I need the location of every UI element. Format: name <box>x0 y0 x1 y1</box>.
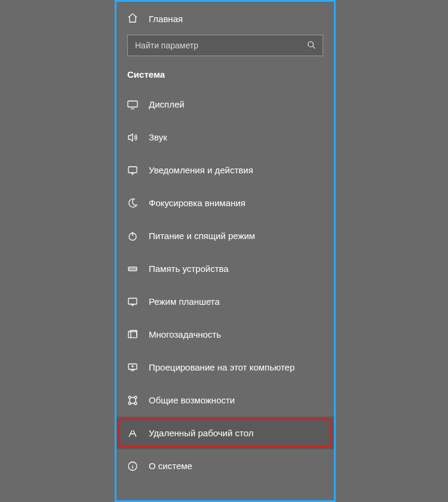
search-icon <box>307 41 317 50</box>
svg-point-9 <box>128 396 131 399</box>
nav-item-multitasking[interactable]: Многозадачность <box>116 318 334 351</box>
svg-point-11 <box>128 402 131 405</box>
svg-point-0 <box>308 42 314 47</box>
nav-label: Фокусировка внимания <box>149 198 246 208</box>
svg-rect-5 <box>128 298 137 304</box>
nav-label: Общие возможности <box>149 395 235 405</box>
settings-system-sidebar: Главная Система Дисплей Звук Уведомления… <box>115 0 336 502</box>
multitask-icon <box>127 329 138 340</box>
info-icon <box>127 461 138 472</box>
project-icon <box>127 362 138 373</box>
home-icon <box>127 13 138 25</box>
nav-item-focus-assist[interactable]: Фокусировка внимания <box>116 186 334 219</box>
svg-point-10 <box>134 396 137 399</box>
svg-rect-7 <box>128 332 137 338</box>
nav-label: Уведомления и действия <box>149 165 253 175</box>
monitor-icon <box>127 99 138 110</box>
nav-label: О системе <box>149 461 192 471</box>
home-label: Главная <box>149 14 183 24</box>
nav-label: Питание и спящий режим <box>149 231 255 241</box>
remote-icon <box>127 428 138 439</box>
nav-label: Проецирование на этот компьютер <box>149 362 294 372</box>
search-input[interactable] <box>134 40 307 51</box>
nav-item-sound[interactable]: Звук <box>116 121 334 154</box>
nav-label: Режим планшета <box>149 296 220 307</box>
moon-icon <box>127 198 138 209</box>
nav-item-tablet-mode[interactable]: Режим планшета <box>116 285 334 318</box>
nav-list: Дисплей Звук Уведомления и действия Фоку… <box>116 83 334 482</box>
svg-rect-1 <box>128 101 137 107</box>
svg-rect-6 <box>132 304 133 305</box>
svg-point-12 <box>134 402 137 405</box>
share-icon <box>127 395 138 406</box>
nav-item-display[interactable]: Дисплей <box>116 88 334 121</box>
storage-icon <box>127 264 138 274</box>
power-icon <box>127 231 138 241</box>
nav-label: Память устройства <box>149 264 229 274</box>
nav-item-notifications[interactable]: Уведомления и действия <box>116 154 334 186</box>
nav-item-storage[interactable]: Память устройства <box>116 252 334 285</box>
search-input-container[interactable] <box>127 35 323 56</box>
notification-icon <box>127 165 138 176</box>
nav-label: Удаленный рабочий стол <box>149 428 253 438</box>
svg-rect-2 <box>128 167 137 173</box>
nav-label: Многозадачность <box>149 329 221 339</box>
sound-icon <box>127 132 138 143</box>
nav-item-shared-exp[interactable]: Общие возможности <box>116 384 334 417</box>
nav-item-power-sleep[interactable]: Питание и спящий режим <box>116 219 334 252</box>
section-title: Система <box>116 67 334 83</box>
nav-item-projecting[interactable]: Проецирование на этот компьютер <box>116 351 334 384</box>
home-nav-item[interactable]: Главная <box>116 8 334 33</box>
nav-item-remote-desktop[interactable]: Удаленный рабочий стол <box>116 417 334 449</box>
nav-item-about[interactable]: О системе <box>116 449 334 482</box>
nav-label: Звук <box>149 132 167 142</box>
tablet-icon <box>127 296 138 307</box>
nav-label: Дисплей <box>149 99 185 109</box>
